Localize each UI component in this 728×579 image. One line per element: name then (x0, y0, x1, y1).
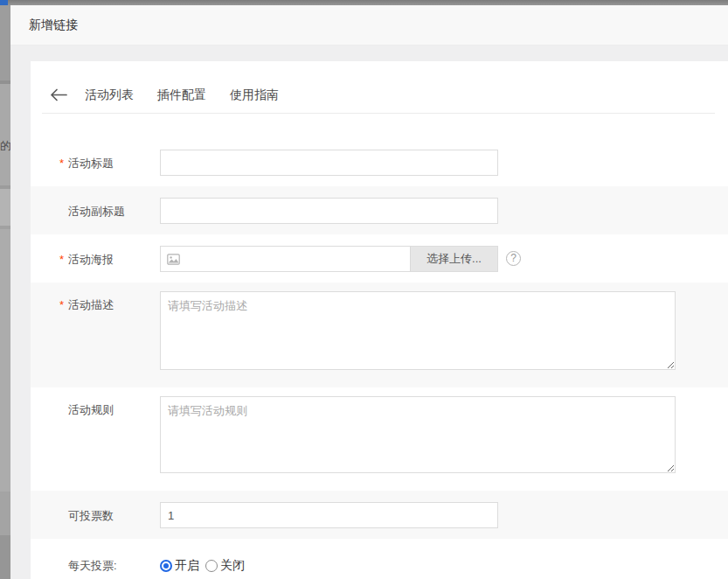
form-row-activity-subtitle: *活动副标题 (31, 186, 728, 234)
radio-option-on[interactable]: 开启 (160, 558, 199, 574)
vote-count-input[interactable] (160, 502, 498, 528)
required-asterisk: * (59, 253, 64, 266)
field-label: *可投票数 (59, 502, 160, 528)
modal-body: 活动列表 插件配置 使用指南 *活动标题 *活动副标题 (10, 45, 728, 579)
form-row-activity-poster: *活动海报 选择上传... ? (31, 234, 728, 283)
field-label: *活动规则 (59, 396, 160, 473)
activity-form: *活动标题 *活动副标题 *活动海报 (31, 138, 728, 579)
progress-indicator (0, 0, 8, 5)
choose-upload-button[interactable]: 选择上传... (410, 247, 497, 271)
background-row (0, 492, 10, 535)
activity-description-textarea[interactable] (160, 291, 676, 370)
field-label: *每天投票: (59, 558, 160, 574)
tab-bar: 活动列表 插件配置 使用指南 (42, 61, 715, 114)
background-text-fragment: 的影 (0, 138, 10, 154)
field-label: *活动描述 (59, 291, 160, 370)
activity-rules-textarea[interactable] (160, 396, 676, 473)
background-row (0, 5, 10, 80)
tab-plugin-config[interactable]: 插件配置 (157, 87, 206, 101)
modal-title: 新增链接 (29, 17, 78, 33)
background-row (0, 535, 10, 579)
radio-circle-icon (205, 560, 218, 572)
modal-header: 新增链接 (10, 5, 728, 45)
background-row (0, 229, 10, 492)
radio-option-off[interactable]: 关闭 (205, 558, 245, 574)
field-label: *活动标题 (59, 150, 160, 176)
image-icon (167, 254, 180, 265)
content-card: 活动列表 插件配置 使用指南 *活动标题 *活动副标题 (31, 61, 728, 579)
required-asterisk: * (59, 157, 64, 170)
tab-activity-list[interactable]: 活动列表 (85, 87, 134, 101)
background-row (0, 84, 10, 185)
form-row-activity-title: *活动标题 (31, 138, 728, 186)
form-row-activity-description: *活动描述 (31, 283, 728, 387)
dimmed-background-page: 的影 (0, 5, 10, 579)
arrow-left-icon (50, 88, 67, 101)
form-row-daily-vote: *每天投票: 开启 关闭 (31, 539, 728, 579)
background-row (0, 189, 10, 226)
activity-subtitle-input[interactable] (160, 198, 498, 224)
activity-title-input[interactable] (160, 150, 498, 176)
tab-user-guide[interactable]: 使用指南 (230, 87, 279, 101)
add-link-modal: 新增链接 活动列表 插件配置 使用指南 (10, 5, 728, 579)
back-button[interactable] (50, 87, 69, 101)
poster-upload-field[interactable]: 选择上传... (160, 246, 498, 272)
field-label: *活动副标题 (59, 198, 160, 224)
required-asterisk: * (59, 298, 64, 311)
field-label: *活动海报 (59, 246, 160, 272)
daily-vote-radio-group: 开启 关闭 (160, 558, 245, 574)
form-row-vote-count: *可投票数 (31, 491, 728, 539)
help-icon[interactable]: ? (506, 251, 521, 266)
form-row-activity-rules: *活动规则 (31, 387, 728, 491)
radio-circle-icon (160, 560, 172, 572)
